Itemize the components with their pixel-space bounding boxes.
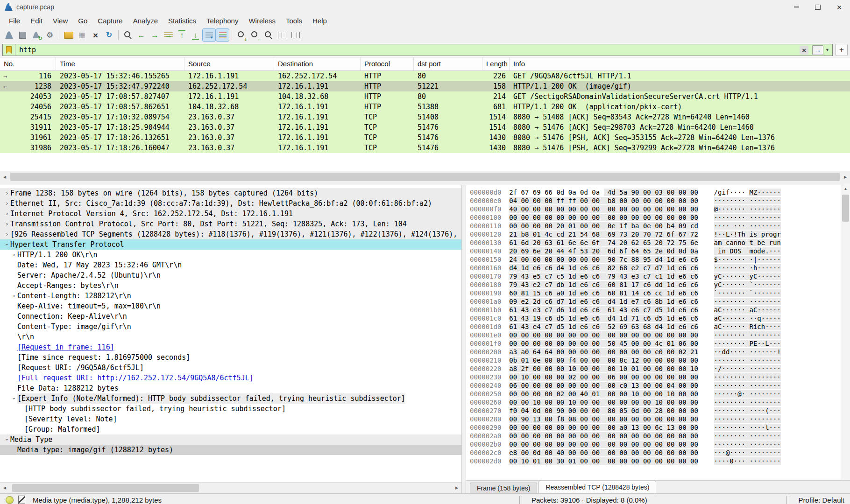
hex-row[interactable]: 00000200 a3 a0 64 64 00 00 00 00 00 00 0… xyxy=(470,348,850,356)
scroll-left-icon[interactable]: ◀ xyxy=(0,483,9,493)
hex-row[interactable]: 00000290 00 00 00 00 00 00 00 00 00 a0 1… xyxy=(470,423,850,432)
packet-row[interactable]: 240562023-05-17 17:08:57.862651104.18.32… xyxy=(0,102,850,112)
column-header-time[interactable]: Time xyxy=(56,57,184,70)
detail-row[interactable]: ›Hypertext Transfer Protocol xyxy=(0,239,461,250)
start-capture-icon[interactable] xyxy=(2,28,16,42)
bytes-tab-reassembled[interactable]: Reassembled TCP (1288428 bytes) xyxy=(538,481,656,493)
hex-row[interactable]: 000001d0 61 43 e4 c7 d5 1d e6 c6 52 69 6… xyxy=(470,322,850,331)
hex-row[interactable]: 000002c0 e8 00 0d 00 40 00 00 00 00 00 0… xyxy=(470,448,850,457)
detail-row[interactable]: Accept-Ranges: bytes\r\n xyxy=(0,280,461,291)
scroll-right-icon[interactable]: ▶ xyxy=(452,483,461,493)
detail-row[interactable]: Date: Wed, 17 May 2023 15:32:46 GMT\r\n xyxy=(0,260,461,270)
collapse-icon[interactable]: › xyxy=(2,436,12,443)
hex-row[interactable]: 000001e0 00 00 00 00 00 00 00 00 00 00 0… xyxy=(470,331,850,339)
detail-row[interactable]: ›Ethernet II, Src: Cisco_7a:1d:39 (08:cc… xyxy=(0,198,461,209)
packet-row[interactable]: 240532023-05-17 17:08:57.827407172.16.1.… xyxy=(0,91,850,102)
detail-row[interactable]: Connection: Keep-Alive\r\n xyxy=(0,311,461,322)
details-hscrollbar[interactable]: ◀ ▶ xyxy=(0,482,461,493)
collapse-icon[interactable]: › xyxy=(9,395,19,402)
detail-row[interactable]: ›Media Type xyxy=(0,434,461,445)
expand-icon[interactable]: › xyxy=(4,209,10,219)
column-header-info[interactable]: Info xyxy=(510,57,850,70)
reload-file-icon[interactable] xyxy=(102,28,116,42)
detail-row[interactable]: [Full request URI: http://162.252.172.54… xyxy=(0,373,461,383)
bytes-tab-frame[interactable]: Frame (158 bytes) xyxy=(470,483,537,493)
packet-row[interactable]: →1162023-05-17 15:32:46.155265172.16.1.1… xyxy=(0,71,850,81)
hex-row[interactable]: 000001b0 61 43 e3 c7 d6 1d e6 c6 61 43 e… xyxy=(470,306,850,314)
detail-row[interactable]: ›Transmission Control Protocol, Src Port… xyxy=(0,219,461,229)
detail-row[interactable]: File Data: 1288212 bytes xyxy=(0,383,461,393)
zoom-reset-icon[interactable] xyxy=(262,28,275,42)
filter-add-button[interactable]: + xyxy=(836,44,848,56)
minimize-button[interactable] xyxy=(786,0,807,14)
go-back-icon[interactable] xyxy=(135,28,148,42)
expand-icon[interactable]: › xyxy=(4,229,10,239)
expand-icon[interactable]: › xyxy=(4,198,10,209)
hex-row[interactable]: 000001a0 09 e2 2d c6 d7 1d e6 c6 d4 1d e… xyxy=(470,297,850,306)
hex-row[interactable]: 00000270 f0 04 0d 00 90 00 00 00 80 05 0… xyxy=(470,406,850,415)
collapse-icon[interactable]: › xyxy=(2,241,12,248)
detail-row[interactable]: [Request in frame: 116] xyxy=(0,342,461,352)
detail-row[interactable]: ›Content-Length: 1288212\r\n xyxy=(0,291,461,301)
menu-edit[interactable]: Edit xyxy=(25,15,48,26)
close-file-icon[interactable] xyxy=(89,28,102,42)
packet-row[interactable]: 319112023-05-17 17:18:25.90494423.163.0.… xyxy=(0,122,850,133)
go-forward-icon[interactable] xyxy=(148,28,162,42)
packet-list-hscrollbar[interactable]: ◀ ▶ xyxy=(0,171,850,182)
open-file-icon[interactable] xyxy=(62,28,75,42)
packet-row[interactable]: ←12382023-05-17 15:32:47.972240162.252.1… xyxy=(0,81,850,91)
hex-row[interactable]: 00000170 79 43 e5 c7 c5 1d e6 c6 79 43 e… xyxy=(470,272,850,280)
hex-row[interactable]: 000002d0 00 10 01 00 30 01 00 00 00 00 0… xyxy=(470,457,850,465)
menu-wireless[interactable]: Wireless xyxy=(243,15,281,26)
menu-help[interactable]: Help xyxy=(307,15,332,26)
profile-status[interactable]: Profile: Default xyxy=(799,496,844,504)
hex-row[interactable]: 00000230 00 10 00 00 00 02 00 00 06 00 0… xyxy=(470,373,850,381)
display-filter-input[interactable]: http ▼ xyxy=(2,44,833,56)
menu-tools[interactable]: Tools xyxy=(281,15,307,26)
hex-row[interactable]: 000001f0 00 00 00 00 00 00 00 00 50 45 0… xyxy=(470,339,850,348)
filter-clear-icon[interactable] xyxy=(800,46,808,55)
column-header-destination[interactable]: Destination xyxy=(274,57,361,70)
menu-view[interactable]: View xyxy=(48,15,73,26)
hex-row[interactable]: 00000260 00 00 10 00 00 10 00 00 00 00 0… xyxy=(470,398,850,406)
detail-row[interactable]: ›HTTP/1.1 200 OK\r\n xyxy=(0,250,461,260)
scrollbar-thumb[interactable] xyxy=(10,173,840,181)
detail-text[interactable]: [Full request URI: http://162.252.172.54… xyxy=(17,373,254,383)
column-header-protocol[interactable]: Protocol xyxy=(361,57,414,70)
hex-row[interactable]: 00000110 00 00 00 00 20 01 00 00 0e 1f b… xyxy=(470,222,850,230)
scroll-up-icon[interactable]: ▲ xyxy=(841,187,850,191)
hex-vscrollbar[interactable]: ▲ xyxy=(841,185,850,480)
hex-row[interactable]: 00000210 0b 01 0e 00 00 f4 00 00 00 8c 1… xyxy=(470,356,850,364)
hex-row[interactable]: 000002a0 00 00 00 00 00 00 00 00 00 00 0… xyxy=(470,432,850,440)
menu-statistics[interactable]: Statistics xyxy=(163,15,201,26)
expert-info-icon[interactable] xyxy=(6,496,14,504)
column-header-dstport[interactable]: dst port xyxy=(414,57,482,70)
menu-analyze[interactable]: Analyze xyxy=(128,15,163,26)
restart-capture-icon[interactable] xyxy=(29,28,43,42)
detail-text[interactable]: [Request in frame: 116] xyxy=(17,342,114,352)
filter-value[interactable]: http xyxy=(19,46,800,54)
filter-dropdown-icon[interactable]: ▼ xyxy=(825,48,829,52)
menu-file[interactable]: File xyxy=(4,15,25,26)
zoom-in-icon[interactable] xyxy=(234,28,248,42)
column-header-no[interactable]: No. xyxy=(0,57,56,70)
colorize-icon[interactable] xyxy=(216,28,229,42)
go-last-icon[interactable] xyxy=(189,28,202,42)
scroll-right-icon[interactable]: ▶ xyxy=(841,171,850,182)
packet-row[interactable]: 319862023-05-17 17:18:26.16004723.163.0.… xyxy=(0,143,850,153)
scroll-left-icon[interactable]: ◀ xyxy=(0,171,9,182)
detail-row[interactable]: Server: Apache/2.4.52 (Ubuntu)\r\n xyxy=(0,270,461,280)
hex-row[interactable]: 00000140 20 69 6e 20 44 4f 53 20 6d 6f 6… xyxy=(470,247,850,255)
detail-row[interactable]: Media type: image/gif (1288212 bytes) xyxy=(0,445,461,455)
go-first-icon[interactable] xyxy=(175,28,189,42)
hex-row[interactable]: 00000280 00 90 13 00 f8 08 00 00 00 00 0… xyxy=(470,415,850,423)
close-button[interactable] xyxy=(829,0,850,14)
hex-row[interactable]: 00000190 60 81 15 c6 a0 1d e6 c6 60 81 1… xyxy=(470,289,850,297)
hex-row[interactable]: 00000180 79 43 e2 c7 db 1d e6 c6 60 81 1… xyxy=(470,280,850,289)
detail-row[interactable]: [Request URI: /9GQ5A8/6ctf5JL] xyxy=(0,363,461,373)
zoom-out-icon[interactable] xyxy=(248,28,262,42)
detail-row[interactable]: ›[926 Reassembled TCP Segments (1288428 … xyxy=(0,229,461,239)
column-header-length[interactable]: Length xyxy=(482,57,510,70)
save-file-icon[interactable] xyxy=(75,28,89,42)
detail-row[interactable]: Keep-Alive: timeout=5, max=100\r\n xyxy=(0,301,461,311)
